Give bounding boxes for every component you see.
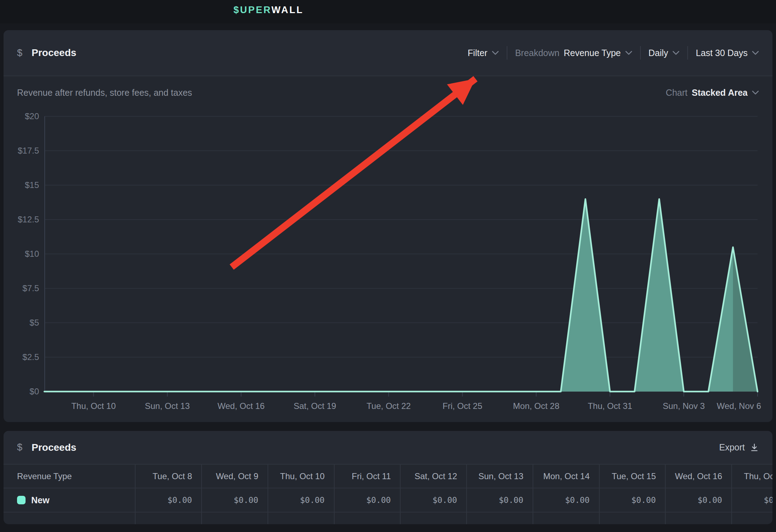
breakdown-dropdown[interactable]: Breakdown Revenue Type [515,48,632,58]
filter-dropdown[interactable]: Filter [468,48,499,58]
granularity-value: Daily [649,48,668,58]
export-label: Export [719,442,745,453]
logo-prefix: $UPER [233,5,271,15]
table-col-header: Mon, Oct 14 [533,465,599,488]
proceeds-table-card: $ Proceeds Export Revenue Type Tue, Oct … [4,431,772,524]
table-col-header: Thu, Oct 10 [268,465,334,488]
x-axis-label: Wed, Nov 6 [717,401,761,411]
breakdown-label: Breakdown [515,48,560,58]
page-title: Proceeds [32,47,76,59]
proceeds-chart-card: $ Proceeds Filter Breakdown Revenue Type… [4,30,772,422]
table-title: Proceeds [32,442,76,453]
y-axis-label: $10 [4,249,39,259]
logo-suffix: WALL [271,5,303,15]
table-header-row: Revenue Type Tue, Oct 8Wed, Oct 9Thu, Oc… [4,465,772,488]
granularity-dropdown[interactable]: Daily [649,48,680,58]
y-axis-label: $15 [4,180,39,190]
chevron-down-icon [752,51,759,55]
x-axis-label: Thu, Oct 10 [71,401,116,411]
row-label: New [31,495,49,505]
dollar-icon: $ [17,48,22,59]
x-axis-label: Sat, Oct 19 [293,401,336,411]
table-cell-value: $0.00 [665,488,732,512]
chart-controls: Filter Breakdown Revenue Type Daily Last… [468,46,759,60]
table-empty-row [4,512,772,524]
y-axis-label: $12.5 [4,214,39,225]
table-cell-value: $0.00 [732,488,772,512]
y-axis-label: $17.5 [4,145,39,156]
x-axis-label: Sun, Nov 3 [663,401,705,411]
table-cell-value: $0.00 [202,488,268,512]
divider [687,46,688,60]
dollar-icon: $ [17,442,22,453]
divider [640,46,641,60]
x-axis-label: Mon, Oct 28 [513,401,560,411]
chart-card-header: $ Proceeds Filter Breakdown Revenue Type… [4,30,772,76]
series-color-swatch [17,496,26,504]
table-cell-value: $0.00 [599,488,666,512]
chart-subheader: Revenue after refunds, store fees, and t… [4,76,772,109]
y-axis-label: $2.5 [4,352,39,362]
chart-type-value: Stacked Area [692,88,748,98]
table-row: New $0.00$0.00$0.00$0.00$0.00$0.00$0.00$… [4,488,772,512]
table-cell-value: $0.00 [268,488,334,512]
chevron-down-icon [625,51,632,55]
x-axis-label: Tue, Oct 22 [367,401,411,411]
superwall-logo[interactable]: $UPERWALL [233,5,304,16]
chevron-down-icon [752,90,759,95]
chart-subtitle: Revenue after refunds, store fees, and t… [17,88,192,98]
proceeds-table: Revenue Type Tue, Oct 8Wed, Oct 9Thu, Oc… [4,465,772,524]
table-col-header: Tue, Oct 15 [599,465,666,488]
y-axis-label: $7.5 [4,283,39,294]
table-cell-value: $0.00 [135,488,202,512]
chevron-down-icon [492,51,499,55]
x-axis-label: Sun, Oct 13 [145,401,190,411]
date-range-value: Last 30 Days [696,48,748,58]
chart-type-label: Chart [666,88,687,98]
date-range-dropdown[interactable]: Last 30 Days [696,48,759,58]
y-axis-label: $0 [4,386,39,397]
table-col-header: Tue, Oct 8 [135,465,202,488]
table-col-header: Revenue Type [4,465,135,488]
filter-label: Filter [468,48,488,58]
table-col-header: Wed, Oct 9 [202,465,268,488]
breakdown-value: Revenue Type [564,48,621,58]
table-col-header: Sun, Oct 13 [467,465,533,488]
download-icon [750,443,759,452]
chart-type-dropdown[interactable]: Chart Stacked Area [666,88,759,98]
table-card-header: $ Proceeds Export [4,431,772,465]
x-axis-label: Thu, Oct 31 [588,401,632,411]
table-col-header: Thu, Oct 17 [732,465,772,488]
y-axis-label: $20 [4,111,39,122]
proceeds-area-chart [44,116,758,397]
table-col-header: Sat, Oct 12 [400,465,467,488]
table-col-header: Fri, Oct 11 [334,465,401,488]
table-col-header: Wed, Oct 16 [665,465,732,488]
export-button[interactable]: Export [719,442,759,453]
chevron-down-icon [672,51,679,55]
x-axis-label: Wed, Oct 16 [218,401,265,411]
table-cell-value: $0.00 [533,488,599,512]
table-cell-value: $0.00 [334,488,401,512]
top-navigation-bar: $UPERWALL [0,0,776,23]
x-axis-label: Fri, Oct 25 [442,401,482,411]
table-cell-value: $0.00 [467,488,533,512]
table-cell-value: $0.00 [400,488,467,512]
divider [507,46,507,60]
y-axis-label: $5 [4,317,39,328]
